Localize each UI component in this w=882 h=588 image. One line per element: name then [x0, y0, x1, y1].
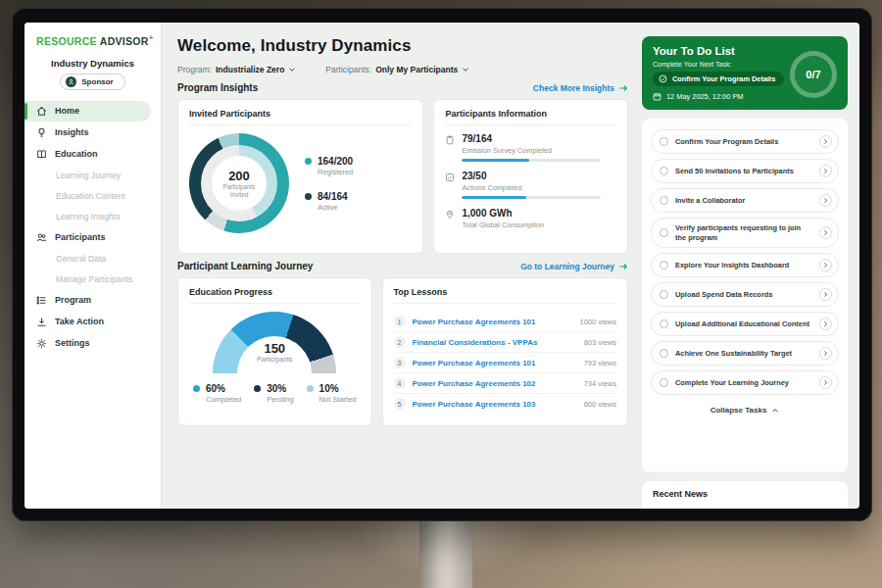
link-label: Check More Insights — [533, 83, 614, 93]
sponsor-icon — [66, 76, 76, 87]
logo-word-advisor: ADVISOR — [100, 35, 149, 47]
sidebar-item-label: Learning Journey — [56, 171, 121, 180]
chevron-right-icon[interactable] — [819, 259, 832, 271]
chevron-right-icon[interactable] — [819, 194, 832, 207]
task-row[interactable]: Achieve One Sustainability Target — [651, 341, 839, 366]
todo-progress-value: 0/7 — [806, 69, 820, 80]
chevron-right-icon[interactable] — [819, 135, 832, 148]
lesson-link[interactable]: Power Purchase Agreements 101 — [413, 318, 573, 326]
program-selector[interactable]: Program: Industrialize Zero — [177, 65, 296, 74]
task-checkbox[interactable] — [660, 290, 668, 299]
gear-icon — [36, 338, 47, 349]
chevron-right-icon[interactable] — [819, 376, 832, 389]
action-arrow-icon — [36, 317, 47, 327]
stat-label: Emission Survey Completed — [462, 146, 601, 155]
chevron-down-icon — [288, 66, 296, 74]
task-checkbox[interactable] — [660, 261, 668, 270]
lesson-rank: 4 — [394, 377, 406, 389]
participants-selector[interactable]: Participants: Only My Participants — [325, 65, 469, 74]
check-more-insights-link[interactable]: Check More Insights — [533, 83, 628, 93]
page-title: Welcome, Industry Dynamics — [177, 36, 628, 56]
legend-not-started: 10% Not Started — [307, 383, 357, 404]
lesson-link[interactable]: Power Purchase Agreements 101 — [413, 359, 577, 368]
invited-legend: 164/200 Registered 84/164 Active — [305, 156, 353, 212]
sponsor-badge[interactable]: Sponsor — [60, 74, 124, 90]
task-row[interactable]: Complete Your Learning Journey — [651, 370, 839, 395]
education-legend: 60% Completed 30% Pending — [189, 383, 361, 404]
sidebar-item-insights[interactable]: Insights — [24, 122, 161, 143]
chevron-right-icon[interactable] — [819, 165, 832, 177]
checklist-icon — [445, 172, 455, 182]
sidebar-item-general-data[interactable]: General Data — [24, 249, 161, 269]
task-row[interactable]: Explore Your Insights Dashboard — [651, 253, 839, 277]
lesson-row[interactable]: 4 Power Purchase Agreements 102 734 view… — [394, 373, 616, 394]
task-row[interactable]: Upload Spend Data Records — [651, 282, 839, 307]
book-icon — [36, 149, 47, 160]
chevron-right-icon[interactable] — [819, 347, 832, 360]
lesson-row[interactable]: 5 Power Purchase Agreements 103 600 view… — [394, 394, 616, 414]
sidebar-item-learning-insights[interactable]: Learning Insights — [24, 207, 161, 226]
legend-label: Active — [318, 203, 348, 212]
task-checkbox[interactable] — [660, 378, 668, 387]
sidebar-item-home[interactable]: Home — [24, 101, 151, 122]
program-value: Industrialize Zero — [216, 65, 284, 74]
sidebar-item-learning-journey[interactable]: Learning Journey — [24, 166, 161, 185]
task-label: Achieve One Sustainability Target — [675, 349, 812, 359]
next-task-pill[interactable]: Confirm Your Program Details — [653, 72, 784, 86]
lesson-link[interactable]: Power Purchase Agreements 103 — [413, 400, 577, 409]
section-title: Participant Learning Journey — [177, 261, 313, 271]
task-checkbox[interactable] — [660, 228, 668, 237]
lesson-views: 803 views — [584, 338, 616, 347]
task-checkbox[interactable] — [660, 196, 668, 205]
sidebar-item-program[interactable]: Program — [24, 290, 161, 311]
task-checkbox[interactable] — [660, 349, 668, 358]
sidebar-item-education-content[interactable]: Education Content — [24, 186, 161, 206]
task-label: Upload Spend Data Records — [675, 290, 812, 300]
task-row[interactable]: Confirm Your Program Details — [651, 129, 839, 154]
progress-bar-fill — [462, 196, 525, 199]
lesson-row[interactable]: 2 Financial Considerations - VPPAs 803 v… — [394, 332, 616, 353]
invited-participants-card: Invited Participants 200 Participants In… — [177, 99, 423, 254]
organization-name: Industry Dynamics — [24, 58, 161, 69]
legend-label: Completed — [206, 395, 241, 404]
chevron-right-icon[interactable] — [819, 318, 832, 330]
task-row[interactable]: Invite a Collaborator — [651, 188, 839, 213]
sidebar-item-settings[interactable]: Settings — [24, 333, 161, 354]
collapse-tasks-link[interactable]: Collapse Tasks — [651, 400, 839, 418]
task-label: Explore Your Insights Dashboard — [675, 261, 812, 270]
task-row[interactable]: Verify participants requesting to join t… — [651, 218, 839, 248]
legend-registered: 164/200 Registered — [305, 156, 353, 176]
sidebar-item-education[interactable]: Education — [24, 144, 161, 165]
task-checkbox[interactable] — [660, 319, 668, 328]
go-to-learning-journey-link[interactable]: Go to Learning Journey — [520, 262, 628, 271]
task-checkbox[interactable] — [660, 167, 668, 175]
task-label: Verify participants requesting to join t… — [675, 223, 812, 242]
task-row[interactable]: Upload Additional Educational Content — [651, 312, 839, 336]
stat-label: Total Global Consumption — [462, 220, 544, 229]
progress-bar-track — [462, 159, 601, 162]
lesson-row[interactable]: 1 Power Purchase Agreements 101 1000 vie… — [394, 312, 616, 332]
sidebar-item-manage-participants[interactable]: Manage Participants — [24, 270, 161, 289]
gauge-center: 150 Participants — [213, 341, 336, 363]
card-title: Invited Participants — [189, 109, 412, 125]
lesson-link[interactable]: Financial Considerations - VPPAs — [413, 338, 577, 347]
task-label: Confirm Your Program Details — [675, 137, 812, 147]
donut-center: 200 Participants Invited — [212, 156, 267, 211]
sidebar-item-take-action[interactable]: Take Action — [24, 312, 161, 332]
stat-label: Actions Completed — [462, 183, 601, 192]
chevron-right-icon[interactable] — [819, 226, 832, 239]
sidebar-item-label: Take Action — [55, 317, 104, 326]
sidebar-item-participants[interactable]: Participants — [24, 227, 161, 248]
lesson-link[interactable]: Power Purchase Agreements 102 — [413, 379, 577, 388]
sidebar-item-label: Education Content — [56, 191, 125, 201]
task-checkbox[interactable] — [660, 137, 668, 146]
lesson-row[interactable]: 3 Power Purchase Agreements 101 793 view… — [394, 353, 616, 373]
next-task-label: Confirm Your Program Details — [672, 74, 775, 83]
task-row[interactable]: Send 50 Invitations to Participants — [651, 159, 839, 183]
chevron-right-icon[interactable] — [819, 288, 832, 301]
program-label: Program: — [177, 65, 212, 74]
card-title: Education Progress — [189, 287, 361, 304]
stat-value: 79/164 — [462, 133, 601, 144]
legend-value: 84/164 — [318, 191, 348, 202]
legend-label: Not Started — [319, 395, 357, 404]
